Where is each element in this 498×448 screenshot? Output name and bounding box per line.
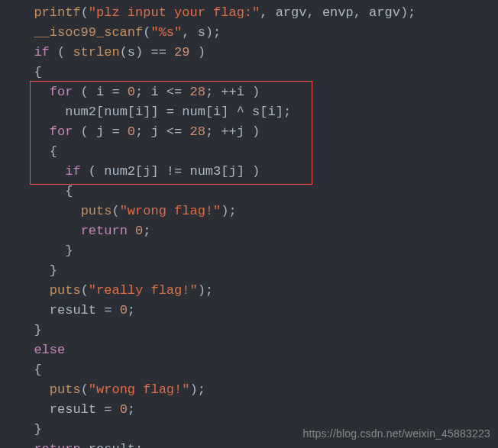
token-op: ); (221, 204, 236, 218)
token-op (81, 442, 89, 448)
code-line: puts("wrong flag!"); (18, 201, 416, 221)
token-str: "wrong flag!" (89, 382, 190, 397)
line-number-gutter (0, 3, 14, 440)
code-area: printf("plz input your flag:", argv, env… (18, 3, 416, 448)
token-id: i (96, 85, 104, 99)
token-op: = (104, 124, 128, 139)
token-fn: puts (50, 382, 81, 397)
token-op: ] ^ (221, 105, 252, 119)
token-op: [ (221, 164, 228, 179)
token-op: ); (400, 5, 416, 20)
code-line: for ( i = 0; i <= 28; ++i ) (18, 82, 416, 102)
token-id: result (89, 442, 135, 448)
token-id: j (96, 124, 104, 139)
code-editor: printf("plz input your flag:", argv, env… (0, 0, 498, 3)
token-op: ) (244, 85, 260, 99)
token-fn: puts (81, 204, 112, 218)
token-op: ; ++ (205, 124, 237, 139)
token-num: 0 (128, 85, 135, 99)
token-id: num3 (189, 164, 221, 179)
token-str: "really flag!" (89, 283, 198, 298)
token-fn: __isoc99_scanf (34, 25, 143, 40)
line-number (0, 301, 14, 321)
token-id: i (268, 105, 276, 119)
code-line: puts("wrong flag!"); (18, 380, 416, 400)
token-id: envp (322, 5, 354, 20)
token-str: "wrong flag!" (120, 204, 222, 218)
token-op: ( (81, 5, 89, 20)
token-fn: puts (50, 283, 81, 298)
code-line: for ( j = 0; j <= 28; ++j ) (18, 122, 416, 142)
token-op: ( (50, 45, 73, 60)
token-op: = (96, 303, 120, 317)
token-num: 0 (120, 402, 128, 417)
token-id: s (128, 45, 135, 60)
token-id: i (135, 105, 143, 119)
code-line: } (18, 241, 416, 261)
token-fn: strlen (73, 45, 119, 60)
token-num: 28 (189, 124, 205, 139)
token-op: ( (112, 204, 119, 218)
line-number (0, 400, 14, 420)
token-kw: for (50, 124, 73, 139)
token-op: ( (73, 85, 96, 99)
token-op: ); (189, 382, 205, 397)
token-id: s (252, 105, 260, 119)
code-line: result = 0; (18, 400, 416, 420)
token-kw: else (34, 343, 65, 357)
token-num: 0 (128, 124, 135, 139)
token-fn: printf (34, 5, 80, 20)
line-number (0, 63, 14, 82)
token-kw: if (34, 45, 49, 60)
line-number (0, 360, 14, 380)
token-op (128, 224, 135, 238)
token-op: ) (244, 124, 260, 139)
line-number (0, 182, 14, 201)
token-op: ( (120, 45, 128, 60)
token-str: "%s" (150, 25, 182, 40)
token-op: , (182, 25, 197, 40)
token-id: j (228, 164, 236, 179)
code-line: num2[num[i]] = num[i] ^ s[i]; (18, 102, 416, 122)
token-num: 0 (135, 224, 143, 238)
token-op: ) (189, 45, 205, 60)
line-number (0, 142, 14, 162)
token-kw: return (34, 442, 80, 448)
token-brace: { (65, 184, 73, 198)
code-line: { (18, 360, 416, 380)
token-brace: { (34, 363, 41, 377)
code-line: return 0; (18, 221, 416, 241)
token-num: 29 (174, 45, 189, 60)
token-op: ; (128, 303, 135, 317)
token-op: , (260, 5, 275, 20)
token-id: i (213, 105, 221, 119)
token-op: [ (135, 164, 143, 179)
token-kw: for (50, 85, 73, 99)
token-kw: if (65, 164, 80, 179)
token-op: <= (159, 124, 190, 139)
code-line: { (18, 182, 416, 201)
code-line: puts("really flag!"); (18, 281, 416, 301)
token-op: ); (198, 283, 213, 298)
token-op: ] != (150, 164, 189, 179)
token-kw: return (81, 224, 128, 238)
token-id: argv (369, 5, 400, 20)
line-number (0, 221, 14, 241)
token-num: 28 (189, 85, 205, 99)
token-str: "plz input your flag:" (89, 5, 260, 20)
token-op: [ (128, 105, 135, 119)
token-brace: } (34, 323, 41, 337)
token-op: , (354, 5, 369, 20)
code-line: else (18, 340, 416, 360)
token-op: ; (143, 224, 150, 238)
token-id: num2 (104, 164, 135, 179)
token-id: i (150, 85, 158, 99)
token-id: argv (276, 5, 307, 20)
token-id: j (150, 124, 158, 139)
token-id: result (50, 303, 96, 317)
code-line: printf("plz input your flag:", argv, env… (18, 3, 416, 23)
line-number (0, 23, 14, 43)
line-number (0, 241, 14, 261)
token-op: ( (73, 124, 96, 139)
line-number (0, 162, 14, 182)
